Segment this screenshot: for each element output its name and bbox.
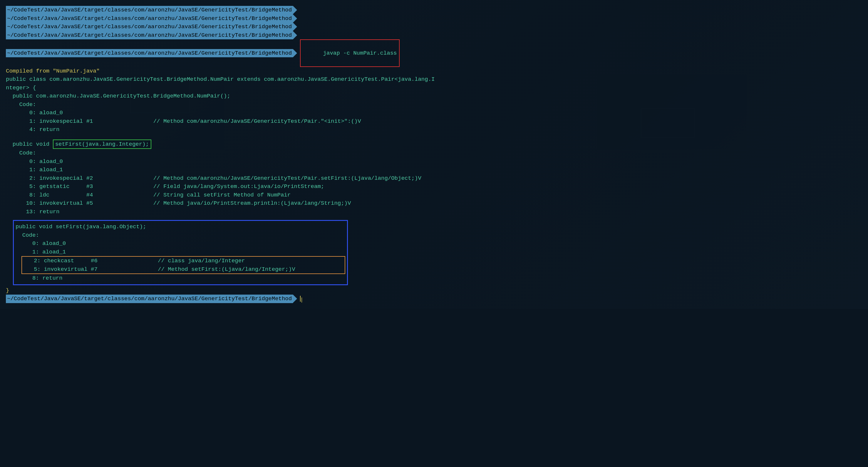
- bridge-method-highlight: public void setFirst(java.lang.Object); …: [13, 220, 348, 285]
- prompt-line: ~/CodeTest/Java/JavaSE/target/classes/co…: [6, 23, 862, 31]
- command-highlight-box: javap -c NumPair.class: [300, 39, 400, 67]
- bytecode-line: 1: aload_1: [6, 166, 862, 174]
- setfirst-integer-highlight: setFirst(java.lang.Integer);: [53, 139, 151, 149]
- class-declaration-2: nteger> {: [6, 84, 862, 92]
- prompt-line: ~/CodeTest/Java/JavaSE/target/classes/co…: [6, 6, 862, 14]
- bytecode-line: 1: aload_1: [16, 248, 345, 257]
- code-label: Code:: [16, 231, 345, 240]
- prompt-path: ~/CodeTest/Java/JavaSE/target/classes/co…: [6, 49, 293, 58]
- cursor: |: [300, 296, 301, 302]
- code-label: Code:: [6, 149, 862, 158]
- checkcast-invokevirtual-highlight: 2: checkcast #6 // class java/lang/Integ…: [22, 256, 345, 274]
- bytecode-line: 5: getstatic #3 // Field java/lang/Syste…: [6, 182, 862, 191]
- command-text[interactable]: javap -c NumPair.class: [323, 50, 397, 56]
- bytecode-line: 1: invokespecial #1 // Method com/aaronz…: [6, 117, 862, 126]
- bytecode-line: 2: invokespecial #2 // Method com/aaronz…: [6, 174, 862, 183]
- bytecode-line: 13: return: [6, 208, 862, 216]
- prompt-path: ~/CodeTest/Java/JavaSE/target/classes/co…: [6, 14, 293, 23]
- constructor-signature: public com.aaronzhu.JavaSE.GenericityTes…: [6, 92, 862, 100]
- setfirst-object-signature: public void setFirst(java.lang.Object);: [16, 223, 345, 231]
- bytecode-line: 8: return: [16, 274, 345, 282]
- prompt-path: ~/CodeTest/Java/JavaSE/target/classes/co…: [6, 295, 293, 303]
- bytecode-line: 0: aload_0: [6, 109, 862, 117]
- bytecode-line: 10: invokevirtual #5 // Method java/io/P…: [6, 199, 862, 208]
- compiled-from-line: Compiled from "NumPair.java": [6, 67, 862, 75]
- bytecode-line: 0: aload_0: [16, 239, 345, 248]
- prompt-line: ~/CodeTest/Java/JavaSE/target/classes/co…: [6, 14, 862, 23]
- bytecode-line: 4: return: [6, 125, 862, 134]
- bytecode-line: 8: ldc #4 // String call setFirst Method…: [6, 191, 862, 199]
- prompt-path: ~/CodeTest/Java/JavaSE/target/classes/co…: [6, 6, 293, 14]
- class-declaration: public class com.aaronzhu.JavaSE.Generic…: [6, 75, 862, 84]
- bytecode-line: 2: checkcast #6 // class java/lang/Integ…: [24, 257, 343, 265]
- prompt-line: ~/CodeTest/Java/JavaSE/target/classes/co…: [6, 31, 862, 40]
- close-brace: }: [6, 287, 862, 295]
- bytecode-line: 5: invokevirtual #7 // Method setFirst:(…: [24, 265, 343, 274]
- setfirst-integer-signature: public void setFirst(java.lang.Integer);: [6, 139, 862, 149]
- prompt-line: ~/CodeTest/Java/JavaSE/target/classes/co…: [6, 39, 862, 67]
- code-label: Code:: [6, 100, 862, 109]
- bytecode-line: 0: aload_0: [6, 158, 862, 166]
- prompt-line-current[interactable]: ~/CodeTest/Java/JavaSE/target/classes/co…: [6, 295, 862, 303]
- terminal-output: ~/CodeTest/Java/JavaSE/target/classes/co…: [6, 6, 862, 303]
- prompt-path: ~/CodeTest/Java/JavaSE/target/classes/co…: [6, 31, 293, 40]
- prompt-path: ~/CodeTest/Java/JavaSE/target/classes/co…: [6, 23, 293, 31]
